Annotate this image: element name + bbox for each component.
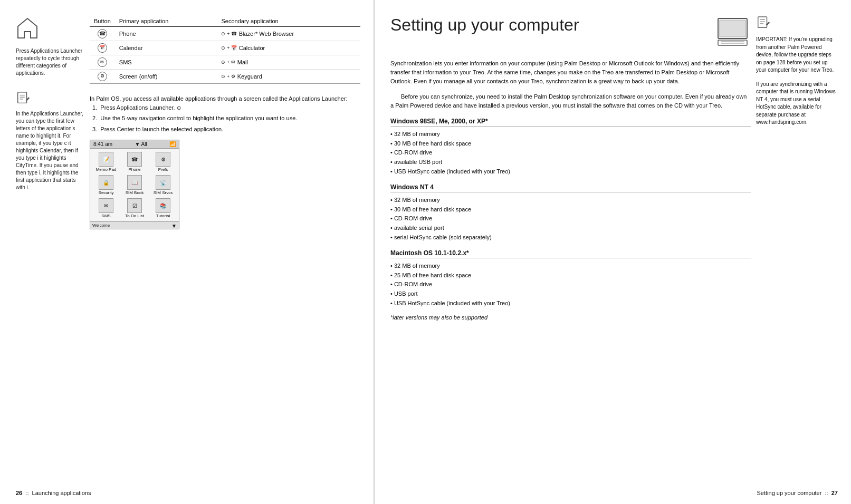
note-icon-left (16, 91, 84, 107)
section-macos: Macintosh OS 10.1-10.2.x* (390, 249, 751, 258)
sidebar-text-1: IMPORTANT: If you're upgrading from anot… (756, 36, 838, 74)
right-page-number: Setting up your computer :: 27 (757, 490, 838, 496)
section-windowsnt: Windows NT 4 (390, 183, 751, 192)
phone-footer: Welcome ▼ (90, 221, 179, 229)
list-windows98: 32 MB of memory 30 MB of free hard disk … (390, 130, 751, 176)
step-2: 2. Use the 5-way navigation control to h… (92, 114, 360, 123)
right-sidebar: IMPORTANT: If you're upgrading from anot… (756, 16, 838, 482)
applications-table: Button Primary application Secondary app… (90, 16, 360, 84)
todo-icon: ☑ (127, 198, 142, 213)
row-icon-screen: ⚙ (90, 70, 115, 84)
list-item: USB HotSync cable (included with your Tr… (390, 299, 751, 308)
body-text-1: Synchronization lets you enter informati… (390, 59, 751, 86)
list-item: available USB port (390, 158, 751, 167)
important-block: IMPORTANT: If you're upgrading from anot… (756, 36, 838, 127)
list-macos: 32 MB of memory 25 MB of free hard disk … (390, 261, 751, 308)
sidebar-paragraph-2: In the Applications Launcher, you can ty… (16, 110, 84, 191)
row-icon-phone: ☎ (90, 27, 115, 41)
primary-sms: SMS (115, 55, 217, 70)
svg-rect-2 (18, 92, 27, 103)
phone-app-icon: ☎ (127, 152, 142, 167)
list-item: USB HotSync cable (included with your Tr… (390, 167, 751, 177)
phone-app-memopad: 📝 Memo Pad (92, 151, 120, 173)
svg-rect-7 (720, 20, 745, 37)
list-item: CD-ROM drive (390, 280, 751, 289)
sidebar-paragraph-1: Press Applications Launcher repeatedly t… (16, 47, 84, 77)
phone-simulator: 8:41 am ▼ All 📶 📝 Memo Pad ☎ P (90, 140, 179, 229)
tutorial-icon: 📚 (156, 198, 170, 213)
phone-signal-icon: 📶 (169, 141, 176, 147)
step-3: 3. Press Center to launch the selected a… (92, 125, 360, 134)
section-windows98: Windows 98SE, Me, 2000, or XP* (390, 118, 751, 127)
secondary-phone: ⊙ + ☎ Blazer* Web Browser (217, 27, 360, 41)
list-item: serial HotSync cable (sold separately) (390, 233, 751, 243)
prefs-icon: ⚙ (156, 152, 170, 167)
list-item: CD-ROM drive (390, 214, 751, 224)
col-button: Button (90, 16, 115, 27)
secondary-sms: ⊙ + ✉ Mail (217, 55, 360, 70)
list-item: available serial port (390, 224, 751, 233)
phone-app-sms: ✉ SMS (92, 197, 120, 219)
table-row: ⚙ Screen (on/off) ⊙ + ⚙ Keyguard (90, 70, 360, 84)
simsrvcs-icon: 📡 (156, 175, 170, 190)
right-page: Setting up your computer (375, 0, 851, 504)
note-icon-right (756, 16, 838, 32)
list-item: 25 MB of free hard disk space (390, 271, 751, 280)
phone-header: 8:41 am ▼ All 📶 (90, 140, 179, 149)
phone-app-todo: ☑ To Do List (121, 197, 148, 219)
table-row: 📅 Calendar ⊙ + 📅 Calculator (90, 41, 360, 55)
left-sidebar: Press Applications Launcher repeatedly t… (16, 16, 84, 482)
row-icon-calendar: 📅 (90, 41, 115, 55)
svg-rect-8 (718, 40, 747, 45)
memopad-icon: 📝 (99, 152, 113, 167)
phone-app-prefs: ⚙ Prefs (149, 151, 177, 173)
list-item: CD-ROM drive (390, 148, 751, 158)
phone-app-grid: 📝 Memo Pad ☎ Phone ⚙ Prefs (92, 151, 177, 219)
phone-body: 📝 Memo Pad ☎ Phone ⚙ Prefs (90, 149, 179, 221)
left-page: Press Applications Launcher repeatedly t… (0, 0, 375, 504)
primary-screen: Screen (on/off) (115, 70, 217, 84)
list-item: 30 MB of free hard disk space (390, 139, 751, 149)
svg-marker-0 (18, 18, 37, 38)
table-row: ☎ Phone ⊙ + ☎ Blazer* Web Browser (90, 27, 360, 41)
security-icon: 🔒 (99, 175, 113, 190)
phone-app-simsrvcs: 📡 SIM Srvcs (149, 174, 177, 196)
right-header: Setting up your computer (390, 16, 751, 49)
sidebar-text-2: If you are synchronizing with a computer… (756, 81, 838, 127)
footnote: *later versions may also be supported (390, 314, 751, 321)
svg-rect-11 (758, 17, 767, 28)
list-item: 32 MB of memory (390, 196, 751, 205)
list-item: USB port (390, 289, 751, 299)
phone-app-phone: ☎ Phone (121, 151, 148, 173)
home-icon (16, 16, 42, 42)
col-primary: Primary application (115, 16, 217, 27)
computer-icon (714, 16, 751, 49)
phone-app-simbook: 📖 SIM Book (121, 174, 148, 196)
list-item: 32 MB of memory (390, 130, 751, 139)
row-icon-sms: ✉ (90, 55, 115, 70)
left-main: Button Primary application Secondary app… (90, 16, 360, 482)
list-item: 30 MB of free hard disk space (390, 205, 751, 215)
col-secondary: Secondary application (217, 16, 360, 27)
list-item: 32 MB of memory (390, 261, 751, 271)
primary-calendar: Calendar (115, 41, 217, 55)
secondary-calendar: ⊙ + 📅 Calculator (217, 41, 360, 55)
body-text-2: Before you can synchronize, you need to … (390, 92, 751, 110)
list-windowsnt: 32 MB of memory 30 MB of free hard disk … (390, 196, 751, 242)
right-page-footer: Setting up your computer :: 27 (390, 482, 838, 496)
step-1: 1. Press Applications Launcher. ⊙ (92, 103, 360, 112)
right-main: Setting up your computer (390, 16, 751, 482)
primary-phone: Phone (115, 27, 217, 41)
phone-time: 8:41 am (93, 141, 112, 147)
table-row: ✉ SMS ⊙ + ✉ Mail (90, 55, 360, 70)
secondary-screen: ⊙ + ⚙ Keyguard (217, 70, 360, 84)
instructions-intro: In Palm OS, you access all available app… (90, 94, 360, 103)
phone-dropdown: ▼ All (135, 141, 147, 147)
left-page-number: 26 :: Launching applications (16, 490, 91, 496)
instructions-block: In Palm OS, you access all available app… (90, 94, 360, 133)
phone-app-security: 🔒 Security (92, 174, 120, 196)
page-title: Setting up your computer (390, 16, 579, 34)
left-page-footer: 26 :: Launching applications (16, 482, 360, 496)
phone-app-tutorial: 📚 Tutorial (149, 197, 177, 219)
simbook-icon: 📖 (127, 175, 142, 190)
